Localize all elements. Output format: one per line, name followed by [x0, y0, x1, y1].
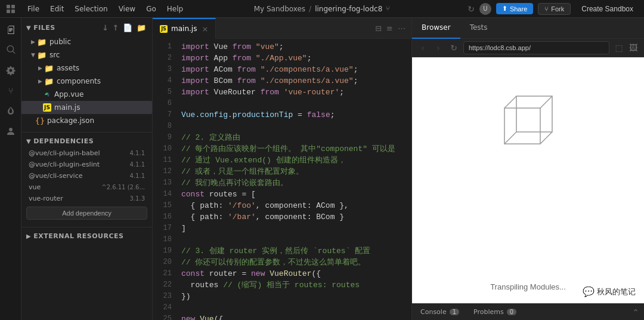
dependencies-title: Dependencies: [33, 137, 94, 145]
file-package-json[interactable]: {} package.json: [21, 114, 152, 127]
dependencies-header[interactable]: ▼ Dependencies: [21, 135, 152, 147]
code-line-25: new Vue({: [181, 313, 411, 320]
code-line-7: Vue.config.productionTip = false;: [181, 109, 411, 121]
code-line-13: // 我们晚点再讨论嵌套路由。: [181, 177, 411, 189]
breadcrumb-sandbox-name[interactable]: lingering-fog-lodc8: [315, 5, 382, 13]
code-line-15: { path: '/foo', component: ACom },: [181, 200, 411, 211]
folder-components-chevron: ▶: [38, 78, 42, 84]
files-activity-icon[interactable]: [1, 20, 20, 39]
users-activity-icon[interactable]: [1, 122, 20, 141]
problems-label: Problems: [473, 308, 504, 316]
ln-15: 15: [153, 200, 177, 211]
download-icon[interactable]: ↓: [101, 23, 110, 33]
code-line-1: import Vue from "vue";: [181, 41, 411, 53]
tab-main-js[interactable]: JS main.js ×: [153, 18, 216, 39]
folder-components[interactable]: ▶ 📁 components: [21, 75, 152, 88]
ln-19: 19: [153, 245, 177, 257]
back-button[interactable]: ‹: [417, 42, 429, 54]
tab-browser[interactable]: Browser: [412, 18, 460, 39]
console-label: Console: [420, 308, 447, 316]
expand-panel-icon[interactable]: ⌃: [632, 307, 639, 317]
dep-cli-plugin-eslint-name: @vue/cli-plugin-eslint: [29, 161, 100, 168]
git-activity-icon[interactable]: ⑂: [1, 81, 20, 100]
breadcrumb-sandboxes[interactable]: My Sandboxes: [254, 5, 305, 13]
files-section-header[interactable]: ▼ Files ↓ ↑ 📄 📁: [21, 20, 152, 35]
file-app-vue[interactable]: App.vue: [21, 88, 152, 101]
code-line-18: [181, 234, 411, 245]
app-logo[interactable]: [5, 3, 17, 15]
ln-3: 3: [153, 64, 177, 75]
browser-toolbar: ‹ › ↻ ⬚ 🖼: [412, 39, 644, 57]
add-folder-icon[interactable]: 📁: [135, 23, 148, 33]
settings-activity-icon[interactable]: [1, 61, 20, 80]
tab-close-icon[interactable]: ×: [202, 24, 208, 33]
menu-edit[interactable]: Edit: [45, 3, 69, 15]
ln-7: 7: [153, 109, 177, 121]
folder-public[interactable]: ▶ 📁 public: [21, 35, 152, 48]
editor-area: JS main.js × ⊟ ≡ ⋯ 1 2 3 4 5 6 7 8 9: [153, 18, 411, 320]
problems-tab[interactable]: Problems 0: [470, 306, 520, 318]
dep-cli-plugin-babel: @vue/cli-plugin-babel 4.1.1: [21, 147, 152, 159]
rocket-activity-icon[interactable]: [1, 101, 20, 121]
code-line-24: [181, 302, 411, 313]
tab-main-js-label: main.js: [171, 24, 197, 33]
files-chevron: ▼: [26, 24, 31, 31]
menu-file[interactable]: File: [23, 3, 44, 15]
console-tab[interactable]: Console 1: [417, 306, 463, 318]
external-resources-header[interactable]: ▶ External resources: [21, 230, 152, 242]
tab-main-js-icon: JS: [160, 25, 168, 33]
tab-tests[interactable]: Tests: [460, 18, 497, 39]
code-content[interactable]: import Vue from "vue"; import App from "…: [177, 39, 411, 320]
more-actions-icon[interactable]: ⋯: [397, 23, 407, 34]
menu-selection[interactable]: Selection: [70, 3, 112, 15]
upload-icon[interactable]: ↑: [112, 23, 120, 33]
avatar-icon[interactable]: U: [479, 3, 491, 15]
menu-view[interactable]: View: [114, 3, 140, 15]
folder-assets-chevron: ▶: [38, 65, 42, 71]
folder-src-chevron: ▼: [31, 52, 35, 58]
sidebar-file-actions: ↓ ↑ 📄 📁: [101, 23, 147, 33]
svg-rect-3: [11, 10, 15, 13]
folder-components-name: components: [57, 77, 101, 85]
folder-src[interactable]: ▼ 📁 src: [21, 48, 152, 61]
screenshot-icon[interactable]: 🖼: [627, 42, 639, 54]
file-main-js[interactable]: JS main.js: [21, 101, 152, 114]
ln-9: 9: [153, 132, 177, 143]
vue-file-icon: [43, 90, 51, 99]
browser-content: Transpiling Modules... 💬 秋风的笔记: [412, 57, 644, 303]
code-editor[interactable]: 1 2 3 4 5 6 7 8 9 10 11 12 13 14 15 16 1…: [153, 39, 411, 320]
menu-help[interactable]: Help: [162, 3, 188, 15]
console-badge: 1: [450, 309, 459, 315]
dep-vue-version: ^2.6.11 (2.6...: [101, 184, 145, 190]
problems-badge: 0: [507, 309, 516, 315]
code-line-19: // 3. 创建 router 实例，然后传 `routes` 配置: [181, 245, 411, 257]
menu-go[interactable]: Go: [141, 3, 161, 15]
code-line-23: }): [181, 291, 411, 302]
word-wrap-icon[interactable]: ≡: [385, 23, 394, 34]
ln-6: 6: [153, 98, 177, 109]
search-activity-icon[interactable]: [1, 41, 20, 60]
menu-bar: File Edit Selection View Go Help My Sand…: [0, 0, 644, 18]
editor-tabs: JS main.js × ⊟ ≡ ⋯: [153, 18, 411, 39]
url-bar[interactable]: [463, 41, 609, 54]
create-sandbox-button[interactable]: Create Sandbox: [575, 3, 639, 15]
folder-src-icon: 📁: [37, 51, 47, 60]
ln-25: 25: [153, 313, 177, 320]
file-main-js-name: main.js: [54, 103, 80, 112]
ln-24: 24: [153, 302, 177, 313]
forward-button[interactable]: ›: [432, 42, 444, 54]
refresh-icon[interactable]: ↻: [467, 4, 475, 14]
folder-public-chevron: ▶: [31, 39, 35, 45]
share-button[interactable]: ⬆ Share: [496, 3, 533, 14]
menu-right-actions: ↻ U ⬆ Share ⑂ Fork Create Sandbox: [467, 3, 639, 15]
folder-assets[interactable]: ▶ 📁 assets: [21, 61, 152, 75]
split-editor-icon[interactable]: ⊟: [374, 23, 383, 34]
line-numbers: 1 2 3 4 5 6 7 8 9 10 11 12 13 14 15 16 1…: [153, 39, 177, 320]
watermark: 💬 秋风的笔记: [579, 285, 639, 299]
add-file-icon[interactable]: 📄: [122, 23, 134, 33]
open-new-window-icon[interactable]: ⬚: [613, 42, 625, 54]
refresh-button[interactable]: ↻: [448, 42, 460, 54]
right-bottom-bar: Console 1 Problems 0 ⌃: [412, 303, 644, 320]
fork-button[interactable]: ⑂ Fork: [538, 3, 571, 15]
add-dependency-button[interactable]: Add dependency: [26, 207, 147, 220]
